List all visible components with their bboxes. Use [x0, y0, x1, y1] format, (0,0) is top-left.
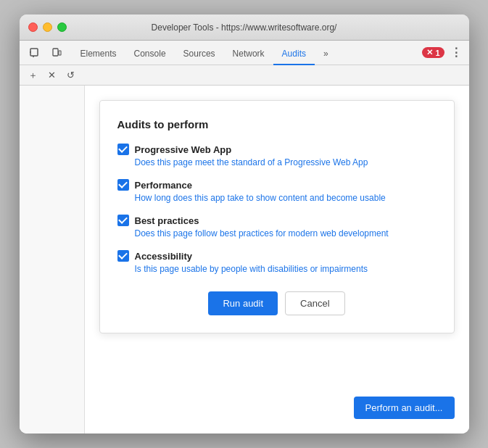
left-panel: [20, 86, 85, 434]
close-tab-button[interactable]: ✕: [44, 67, 60, 83]
minimize-button[interactable]: [43, 22, 52, 32]
close-button[interactable]: [28, 22, 38, 32]
best-practices-description: Does this page follow best practices for…: [135, 228, 437, 238]
traffic-lights: [28, 22, 67, 32]
maximize-button[interactable]: [57, 22, 67, 32]
accessibility-label: Accessibility: [135, 251, 193, 262]
pwa-checkbox[interactable]: [117, 144, 129, 155]
audit-item-pwa-header: Progressive Web App: [117, 144, 437, 155]
pwa-label: Progressive Web App: [135, 144, 232, 155]
more-options-button[interactable]: ⋮: [449, 46, 463, 60]
toolbar-right: ✕ 1 ⋮: [422, 46, 463, 60]
error-icon: ✕: [426, 48, 433, 57]
content-area: Audits to perform Progressive Web App Do…: [20, 86, 469, 434]
device-toggle-icon[interactable]: [47, 43, 66, 62]
svg-rect-4: [59, 51, 61, 55]
title-bar: Developer Tools - https://www.writesoftw…: [20, 14, 469, 41]
audit-dialog: Audits to perform Progressive Web App Do…: [99, 100, 455, 333]
cancel-button[interactable]: Cancel: [285, 291, 344, 315]
right-panel: Audits to perform Progressive Web App Do…: [85, 86, 469, 434]
devtools-window: Developer Tools - https://www.writesoftw…: [20, 14, 469, 434]
audit-buttons: Run audit Cancel: [117, 291, 437, 315]
svg-rect-0: [30, 49, 38, 56]
tab-elements[interactable]: Elements: [72, 43, 125, 65]
audit-item-performance: Performance How long does this app take …: [117, 179, 437, 203]
tab-sources[interactable]: Sources: [175, 43, 224, 65]
error-count: 1: [435, 49, 439, 57]
audit-dialog-title: Audits to perform: [117, 118, 437, 130]
perform-audit-area: Perform an audit...: [354, 397, 455, 419]
accessibility-description: Is this page usable by people with disab…: [135, 264, 437, 274]
accessibility-checkbox[interactable]: [117, 250, 129, 262]
best-practices-label: Best practices: [135, 215, 199, 226]
best-practices-checkbox[interactable]: [117, 215, 129, 226]
window-title: Developer Tools - https://www.writesoftw…: [152, 22, 337, 33]
performance-description: How long does this app take to show cont…: [135, 193, 437, 203]
performance-label: Performance: [135, 180, 192, 191]
audit-item-accessibility-header: Accessibility: [117, 250, 437, 262]
svg-line-2: [30, 51, 30, 53]
run-audit-button[interactable]: Run audit: [208, 291, 278, 315]
audit-item-performance-header: Performance: [117, 179, 437, 191]
svg-rect-3: [53, 49, 58, 56]
secondary-toolbar: ＋ ✕ ↺: [20, 65, 469, 86]
tab-network[interactable]: Network: [224, 43, 273, 65]
tab-more[interactable]: »: [315, 43, 337, 65]
devtools-tab-bar: Elements Console Sources Network Audits …: [20, 41, 469, 65]
pwa-description: Does this page meet the standard of a Pr…: [135, 157, 437, 167]
error-badge: ✕ 1: [422, 47, 444, 58]
add-button[interactable]: ＋: [25, 67, 41, 83]
tab-audits[interactable]: Audits: [273, 43, 315, 65]
devtools-tabs: Elements Console Sources Network Audits …: [72, 41, 420, 65]
perform-audit-button[interactable]: Perform an audit...: [354, 397, 455, 419]
audit-item-best-practices-header: Best practices: [117, 215, 437, 226]
inspect-icon[interactable]: [25, 43, 44, 62]
audit-item-best-practices: Best practices Does this page follow bes…: [117, 215, 437, 238]
tab-console[interactable]: Console: [125, 43, 175, 65]
performance-checkbox[interactable]: [117, 179, 129, 191]
reload-button[interactable]: ↺: [63, 67, 79, 83]
audit-item-pwa: Progressive Web App Does this page meet …: [117, 144, 437, 167]
audit-item-accessibility: Accessibility Is this page usable by peo…: [117, 250, 437, 274]
